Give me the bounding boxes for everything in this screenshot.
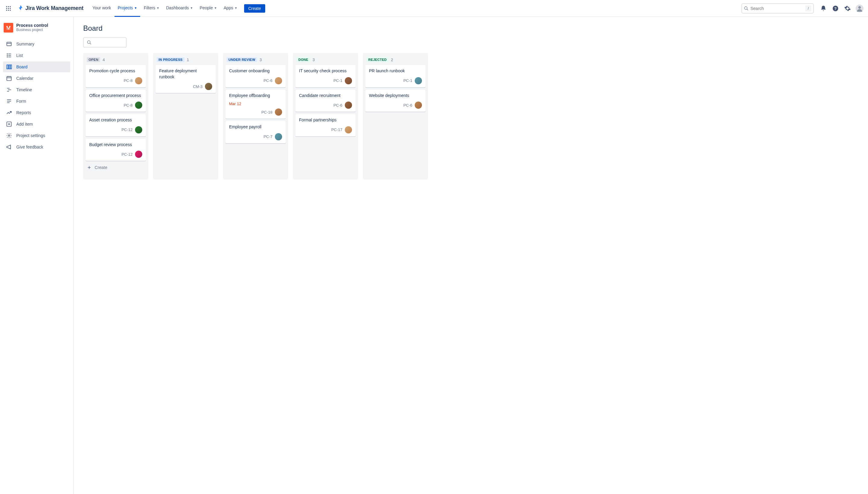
card[interactable]: Budget review processPC-12 — [86, 139, 146, 161]
card[interactable]: Office procurement processPC-8 — [86, 90, 146, 112]
sidebar-item-timeline[interactable]: Timeline — [3, 84, 70, 95]
card[interactable]: Employee offboardingMar 12PC-18 — [225, 90, 286, 119]
card[interactable]: Promotion cycle processPC-8 — [86, 65, 146, 87]
assignee-avatar[interactable] — [275, 77, 282, 84]
column-title: REJECTED — [367, 57, 388, 62]
card-footer: PC-6 — [369, 101, 422, 109]
sidebar-item-calendar[interactable]: Calendar — [3, 73, 70, 84]
sidebar-item-project-settings[interactable]: Project settings — [3, 130, 70, 141]
sidebar-item-summary[interactable]: Summary — [3, 39, 70, 50]
project-header[interactable]: Process control Business project — [3, 23, 70, 39]
sidebar-item-label: Calendar — [16, 76, 34, 81]
card[interactable]: Feature deployment runbookCM-3 — [155, 65, 216, 93]
svg-point-14 — [858, 6, 861, 9]
reports-icon — [6, 110, 12, 116]
assignee-avatar[interactable] — [135, 101, 142, 109]
nav-item-apps[interactable]: Apps▼ — [221, 0, 241, 17]
card-key: CM-3 — [193, 84, 203, 89]
search-box[interactable]: / — [741, 3, 814, 14]
column-title: UNDER REVIEW — [227, 57, 257, 62]
assignee-avatar[interactable] — [275, 109, 282, 116]
svg-rect-25 — [10, 65, 12, 69]
svg-point-17 — [7, 54, 7, 54]
assignee-avatar[interactable] — [415, 101, 422, 109]
app-switcher-icon[interactable] — [4, 4, 13, 13]
board: OPEN4Promotion cycle processPC-8Office p… — [83, 53, 858, 179]
settings-icon[interactable] — [843, 4, 852, 13]
card-footer: PC-12 — [89, 151, 142, 158]
sidebar-item-add-item[interactable]: Add item — [3, 119, 70, 130]
card[interactable]: Asset creation processPC-12 — [86, 114, 146, 136]
assignee-avatar[interactable] — [275, 133, 282, 140]
column-count: 4 — [103, 58, 105, 62]
card[interactable]: PR launch runbookPC-1 — [365, 65, 426, 87]
nav-label: Filters — [144, 5, 155, 10]
form-icon — [6, 98, 12, 104]
nav-item-projects[interactable]: Projects▼ — [114, 0, 140, 17]
profile-avatar[interactable] — [855, 4, 864, 13]
column-header: OPEN4 — [86, 55, 146, 65]
sidebar-item-label: Project settings — [16, 133, 45, 138]
project-icon — [4, 23, 13, 33]
assignee-avatar[interactable] — [135, 77, 142, 84]
nav-item-people[interactable]: People▼ — [197, 0, 220, 17]
card[interactable]: Candidate recruitmentPC-6 — [295, 90, 356, 112]
card-title: Office procurement process — [89, 93, 142, 99]
sidebar-item-list[interactable]: List — [3, 50, 70, 61]
board-search[interactable] — [83, 37, 127, 48]
assignee-avatar[interactable] — [345, 101, 352, 109]
svg-point-7 — [8, 10, 9, 11]
assignee-avatar[interactable] — [205, 83, 212, 90]
nav-item-your-work[interactable]: Your work — [90, 0, 114, 17]
assignee-avatar[interactable] — [415, 77, 422, 84]
sidebar-item-board[interactable]: Board — [3, 61, 70, 72]
nav-label: Your work — [93, 5, 111, 10]
sidebar-item-give-feedback[interactable]: Give feedback — [3, 141, 70, 152]
svg-rect-26 — [7, 77, 12, 80]
page-title: Board — [83, 24, 858, 33]
card[interactable]: Customer onboardingPC-6 — [225, 65, 286, 87]
card-footer: PC-7 — [229, 133, 282, 140]
sidebar-item-label: Give feedback — [16, 145, 43, 149]
assignee-avatar[interactable] — [345, 77, 352, 84]
sidebar-item-reports[interactable]: Reports — [3, 107, 70, 118]
sidebar-item-form[interactable]: Form — [3, 96, 70, 107]
svg-line-10 — [747, 9, 748, 10]
board-icon — [6, 64, 12, 70]
column-under-review: UNDER REVIEW3Customer onboardingPC-6Empl… — [223, 53, 288, 179]
create-card-button[interactable]: Create — [86, 163, 146, 172]
search-icon — [744, 6, 749, 11]
nav-label: People — [200, 5, 213, 10]
assignee-avatar[interactable] — [345, 126, 352, 133]
svg-rect-24 — [8, 65, 10, 69]
svg-point-39 — [8, 135, 10, 136]
card-footer: PC-1 — [299, 77, 352, 84]
card[interactable]: Website deploymentsPC-6 — [365, 90, 426, 112]
search-input[interactable] — [749, 6, 805, 11]
timeline-icon — [6, 87, 12, 93]
assignee-avatar[interactable] — [135, 151, 142, 158]
card[interactable]: IT security check processPC-1 — [295, 65, 356, 87]
svg-line-41 — [90, 43, 91, 44]
nav-item-filters[interactable]: Filters▼ — [141, 0, 163, 17]
card-key: PC-6 — [263, 78, 273, 83]
nav-label: Dashboards — [166, 5, 189, 10]
settings-icon — [6, 133, 12, 138]
column-header: REJECTED2 — [365, 55, 426, 65]
notifications-icon[interactable] — [818, 4, 828, 13]
svg-text:?: ? — [834, 6, 837, 11]
card[interactable]: Formal partnershipsPC-17 — [295, 114, 356, 136]
create-button[interactable]: Create — [244, 4, 265, 13]
card[interactable]: Employee payrollPC-7 — [225, 121, 286, 144]
nav-item-dashboards[interactable]: Dashboards▼ — [163, 0, 196, 17]
card-key: PC-8 — [124, 78, 133, 83]
card-title: Employee offboarding — [229, 93, 282, 99]
card-title: PR launch runbook — [369, 68, 422, 74]
column-header: UNDER REVIEW3 — [225, 55, 286, 65]
product-logo[interactable]: Jira Work Management — [15, 4, 86, 12]
svg-point-0 — [6, 6, 7, 7]
nav-label: Projects — [117, 5, 133, 10]
card-footer: PC-8 — [89, 77, 142, 84]
assignee-avatar[interactable] — [135, 126, 142, 133]
help-icon[interactable]: ? — [831, 4, 840, 13]
